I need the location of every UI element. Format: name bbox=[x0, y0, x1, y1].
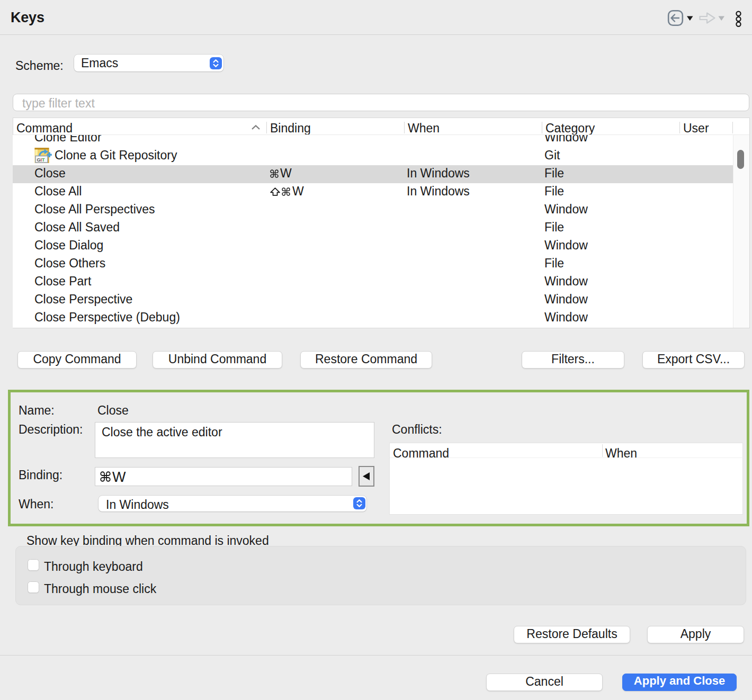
svg-text:GIT: GIT bbox=[37, 157, 46, 163]
